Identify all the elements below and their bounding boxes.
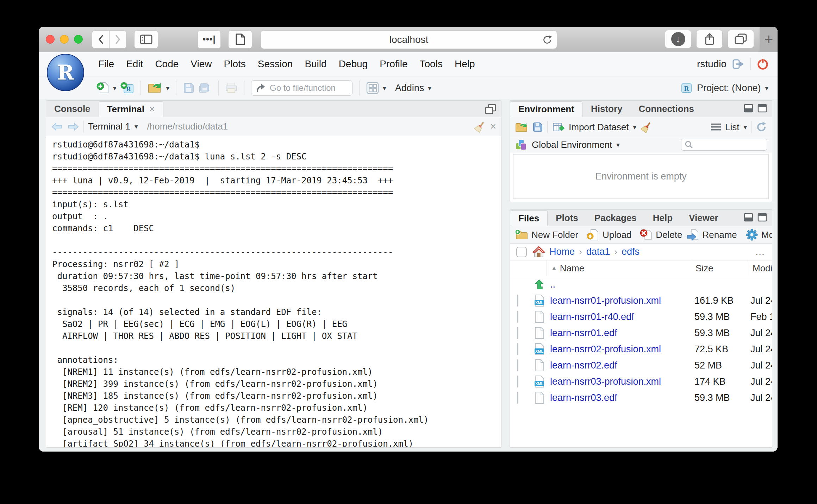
new-project-icon[interactable]: R xyxy=(120,82,134,94)
upload-button[interactable]: Upload xyxy=(587,229,631,241)
import-dataset-button[interactable]: Import Dataset xyxy=(569,122,629,133)
table-row[interactable]: learn-nsrr01-r40.edf 59.3 MB Feb 1 xyxy=(510,309,772,325)
tab-terminal[interactable]: Terminal × xyxy=(99,101,163,117)
tab-viewer[interactable]: Viewer xyxy=(681,210,726,226)
file-link[interactable]: learn-nsrr01-profusion.xml xyxy=(550,295,661,306)
import-dataset-caret[interactable]: ▾ xyxy=(633,124,637,131)
environment-search-input[interactable] xyxy=(696,140,764,150)
new-folder-button[interactable]: New Folder xyxy=(515,229,578,240)
row-checkbox[interactable] xyxy=(517,392,518,404)
new-file-caret[interactable]: ▾ xyxy=(113,85,117,92)
menu-build[interactable]: Build xyxy=(299,58,332,70)
address-bar[interactable]: localhost xyxy=(261,30,557,49)
tab-history[interactable]: History xyxy=(583,101,631,117)
close-terminal-icon[interactable]: × xyxy=(490,121,496,132)
tab-packages[interactable]: Packages xyxy=(586,210,645,226)
save-workspace-icon[interactable] xyxy=(532,122,543,132)
minimize-panel-icon[interactable] xyxy=(744,104,753,113)
delete-button[interactable]: Delete xyxy=(640,229,682,241)
table-row-parent-dir[interactable]: .. xyxy=(510,276,772,292)
header-modified[interactable]: Modified xyxy=(748,260,772,276)
terminal-forward-icon[interactable] xyxy=(67,121,79,132)
menu-edit[interactable]: Edit xyxy=(120,58,149,70)
environment-scope-button[interactable]: Global Environment xyxy=(532,139,612,150)
goto-file-function-input[interactable] xyxy=(269,83,349,93)
tab-files[interactable]: Files xyxy=(510,210,548,226)
open-file-icon[interactable] xyxy=(148,82,162,94)
share-button[interactable] xyxy=(696,30,723,48)
zoom-window-button[interactable] xyxy=(74,35,83,44)
tab-console[interactable]: Console xyxy=(46,101,99,117)
sidebar-button[interactable] xyxy=(134,30,158,49)
menu-session[interactable]: Session xyxy=(252,58,299,70)
breadcrumb-ellipsis-button[interactable]: … xyxy=(755,246,766,258)
pane-layout-caret[interactable]: ▾ xyxy=(383,85,386,92)
row-checkbox[interactable] xyxy=(517,376,518,388)
tab-help[interactable]: Help xyxy=(645,210,681,226)
maximize-panel-icon[interactable] xyxy=(757,104,767,113)
header-size[interactable]: Size xyxy=(691,260,748,276)
list-view-caret[interactable]: ▾ xyxy=(743,124,747,131)
file-link[interactable]: .. xyxy=(550,279,555,290)
file-link[interactable]: learn-nsrr01-r40.edf xyxy=(550,311,634,322)
refresh-environment-icon[interactable] xyxy=(756,121,767,133)
menu-help[interactable]: Help xyxy=(449,58,481,70)
new-tab-button[interactable]: + xyxy=(760,27,778,52)
project-menu-button[interactable]: R Project: (None) ▾ xyxy=(681,82,768,94)
file-link[interactable]: learn-nsrr03.edf xyxy=(550,392,617,403)
table-row[interactable]: learn-nsrr01.edf 59.3 MB Jul 24 xyxy=(510,325,772,341)
row-checkbox[interactable] xyxy=(517,311,518,323)
menu-file[interactable]: File xyxy=(92,58,120,70)
forward-button[interactable] xyxy=(109,30,126,49)
tab-connections[interactable]: Connections xyxy=(631,101,702,117)
print-icon[interactable] xyxy=(225,82,237,94)
file-link[interactable]: learn-nsrr03-profusion.xml xyxy=(550,376,661,387)
clear-terminal-broom-icon[interactable] xyxy=(474,121,486,133)
save-icon[interactable] xyxy=(183,82,194,94)
new-file-icon[interactable] xyxy=(96,82,109,94)
quit-session-power-icon[interactable] xyxy=(756,58,769,70)
table-row[interactable]: XML learn-nsrr01-profusion.xml 161.9 KB … xyxy=(510,292,772,309)
maximize-panel-icon[interactable] xyxy=(757,213,767,222)
table-row[interactable]: XML learn-nsrr03-profusion.xml 174 KB Ju… xyxy=(510,373,772,390)
environment-search-box[interactable] xyxy=(681,139,767,151)
terminal-selector-caret[interactable]: ▾ xyxy=(135,123,138,130)
row-checkbox[interactable] xyxy=(517,295,518,307)
open-file-caret[interactable]: ▾ xyxy=(166,85,170,92)
goto-file-function-box[interactable] xyxy=(251,80,353,96)
save-all-icon[interactable] xyxy=(198,82,212,94)
breadcrumb-home[interactable]: Home xyxy=(549,246,575,257)
sign-out-icon[interactable] xyxy=(732,58,745,70)
menu-profile[interactable]: Profile xyxy=(374,58,413,70)
back-button[interactable] xyxy=(92,30,109,49)
close-terminal-tab-icon[interactable]: × xyxy=(149,104,155,115)
downloads-button[interactable]: ↓ xyxy=(665,30,691,48)
minimize-panel-icon[interactable] xyxy=(744,213,753,222)
clear-environment-broom-icon[interactable] xyxy=(641,121,653,133)
menu-tools[interactable]: Tools xyxy=(414,58,449,70)
list-view-button[interactable]: List xyxy=(725,122,739,133)
select-all-checkbox[interactable] xyxy=(516,247,527,257)
popout-icon[interactable] xyxy=(485,104,496,114)
addins-caret[interactable]: ▾ xyxy=(428,85,431,92)
reload-icon[interactable] xyxy=(542,34,553,45)
row-checkbox[interactable] xyxy=(517,343,518,355)
addins-button[interactable]: Addins xyxy=(395,83,424,94)
row-checkbox[interactable] xyxy=(517,359,518,371)
breadcrumb-data1[interactable]: data1 xyxy=(586,246,610,257)
menu-view[interactable]: View xyxy=(185,58,218,70)
terminal-back-icon[interactable] xyxy=(51,121,63,132)
environment-scope-caret[interactable]: ▾ xyxy=(616,141,620,148)
tab-environment[interactable]: Environment xyxy=(510,101,583,117)
new-page-button[interactable] xyxy=(228,30,252,49)
load-workspace-folder-icon[interactable] xyxy=(515,122,528,133)
tab-overview-button[interactable] xyxy=(728,30,754,48)
minimize-window-button[interactable] xyxy=(60,35,69,44)
pane-layout-icon[interactable] xyxy=(366,82,379,94)
file-link[interactable]: learn-nsrr02.edf xyxy=(550,360,617,371)
menu-plots[interactable]: Plots xyxy=(218,58,252,70)
table-row[interactable]: learn-nsrr03.edf 59.3 MB Jul 24 xyxy=(510,390,772,406)
terminal-selector[interactable]: Terminal 1 xyxy=(88,121,130,132)
more-button[interactable]: More xyxy=(746,228,772,241)
menu-code[interactable]: Code xyxy=(149,58,185,70)
